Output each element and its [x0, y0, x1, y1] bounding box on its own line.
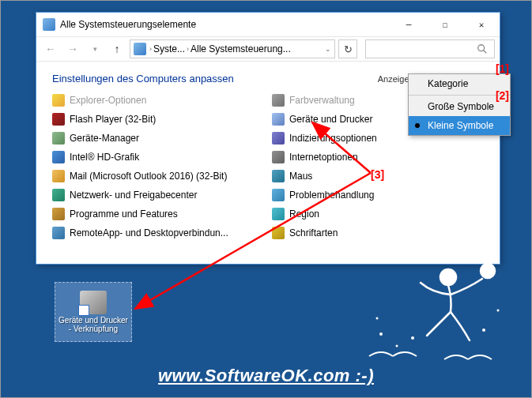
item-icon	[52, 189, 65, 201]
item-label: Problembehandlung	[289, 190, 374, 201]
svg-point-0	[478, 45, 485, 51]
control-panel-item[interactable]: Internetoptionen	[272, 149, 484, 165]
item-label: Programme und Features	[70, 208, 178, 220]
control-panel-window: Alle Systemsteuerungselemente ─ ☐ ✕ ← → …	[36, 12, 500, 265]
minimize-button[interactable]: ─	[391, 13, 427, 36]
item-icon	[272, 170, 285, 182]
footer-url: www.SoftwareOK.com :-)	[158, 366, 374, 386]
control-panel-item[interactable]: Mail (Microsoft Outlook 2016) (32-Bit)	[52, 168, 264, 184]
svg-point-5	[440, 269, 456, 285]
item-icon	[272, 94, 285, 107]
view-by-label: Anzeige:	[378, 74, 412, 84]
svg-point-8	[396, 345, 398, 347]
item-icon	[272, 132, 285, 145]
breadcrumb-part[interactable]: Syste...	[153, 43, 185, 54]
item-icon	[52, 170, 65, 182]
refresh-button[interactable]: ↻	[338, 39, 357, 58]
breadcrumb[interactable]: › Syste... › Alle Systemsteuerung... ⌄	[130, 39, 335, 58]
forward-button[interactable]: →	[63, 39, 82, 58]
item-label: Maus	[289, 171, 312, 182]
item-label: Region	[289, 208, 319, 220]
item-label: Indizierungsoptionen	[289, 133, 377, 144]
dropdown-item-label: Kleine Symbole	[428, 120, 493, 131]
item-icon	[52, 113, 65, 126]
search-icon	[477, 43, 488, 54]
item-icon	[272, 189, 285, 201]
shortcut-label: Geräte und Drucker - Verknüpfung	[58, 316, 128, 334]
control-panel-item[interactable]: Geräte-Manager	[52, 130, 264, 146]
svg-point-11	[482, 329, 485, 332]
decorative-doodle	[365, 255, 507, 366]
control-panel-item[interactable]: Netzwerk- und Freigabecenter	[52, 187, 264, 203]
item-label: Flash Player (32-Bit)	[70, 114, 156, 125]
bullet-icon	[415, 123, 420, 128]
up-button[interactable]: ↑	[108, 39, 126, 58]
item-label: Geräte-Manager	[70, 133, 139, 144]
window-title: Alle Systemsteuerungselemente	[60, 19, 391, 30]
navigation-bar: ← → ▾ ↑ › Syste... › Alle Systemsteuerun…	[36, 36, 500, 62]
svg-line-1	[484, 51, 487, 54]
item-icon	[272, 113, 285, 126]
svg-point-10	[376, 317, 379, 320]
item-icon	[52, 94, 65, 107]
item-label: Intel® HD-Grafik	[70, 152, 139, 163]
window-buttons: ─ ☐ ✕	[391, 13, 500, 36]
dropdown-item[interactable]: Kleine Symbole	[409, 116, 510, 135]
item-icon	[272, 151, 285, 163]
item-label: RemoteApp- und Desktopverbindun...	[70, 227, 228, 238]
breadcrumb-icon	[134, 43, 146, 55]
annotation-3: [3]	[371, 168, 384, 181]
control-panel-item[interactable]: RemoteApp- und Desktopverbindun...	[52, 225, 264, 241]
control-panel-item[interactable]: Region	[272, 206, 484, 222]
search-input[interactable]	[365, 39, 495, 58]
item-label: Geräte und Drucker	[289, 114, 372, 125]
item-icon	[52, 227, 65, 239]
annotation-1: [1]	[496, 62, 509, 75]
control-panel-item[interactable]: Schriftarten	[272, 225, 484, 241]
control-panel-icon	[43, 18, 55, 31]
chevron-down-icon[interactable]: ⌄	[325, 45, 331, 53]
item-label: Netzwerk- und Freigabecenter	[70, 190, 197, 201]
svg-point-7	[379, 332, 383, 336]
control-panel-item[interactable]: Problembehandlung	[272, 187, 484, 203]
control-panel-item[interactable]: Flash Player (32-Bit)	[52, 111, 264, 127]
item-icon	[52, 208, 65, 220]
item-label: Schriftarten	[289, 227, 338, 238]
item-icon	[52, 132, 65, 145]
svg-point-12	[497, 310, 500, 312]
control-panel-item[interactable]: Intel® HD-Grafik	[52, 149, 264, 165]
item-label: Explorer-Optionen	[70, 95, 146, 106]
svg-point-9	[411, 336, 414, 340]
svg-point-6	[481, 264, 495, 278]
close-button[interactable]: ✕	[463, 13, 500, 36]
maximize-button[interactable]: ☐	[427, 13, 463, 36]
recent-button[interactable]: ▾	[85, 39, 104, 58]
item-label: Mail (Microsoft Outlook 2016) (32-Bit)	[70, 171, 227, 182]
item-label: Farbverwaltung	[289, 95, 355, 106]
devices-printers-icon	[80, 291, 107, 314]
annotation-2: [2]	[496, 89, 509, 102]
item-label: Internetoptionen	[289, 152, 358, 163]
control-panel-item[interactable]: Explorer-Optionen	[52, 92, 264, 108]
control-panel-item[interactable]: Programme und Features	[52, 206, 264, 222]
view-by-dropdown-menu: KategorieGroße SymboleKleine Symbole	[408, 73, 511, 136]
item-icon	[272, 208, 285, 220]
chevron-right-icon: ›	[187, 45, 189, 53]
dropdown-item[interactable]: Kategorie	[409, 74, 510, 93]
chevron-right-icon: ›	[149, 45, 152, 53]
dropdown-item-label: Kategorie	[428, 78, 468, 89]
titlebar: Alle Systemsteuerungselemente ─ ☐ ✕	[36, 13, 500, 36]
back-button[interactable]: ←	[41, 39, 60, 58]
dropdown-item[interactable]: Große Symbole	[409, 97, 510, 116]
content-title: Einstellungen des Computers anpassen	[52, 73, 234, 84]
item-icon	[52, 151, 65, 163]
breadcrumb-part[interactable]: Alle Systemsteuerung...	[191, 43, 291, 54]
dropdown-item-label: Große Symbole	[428, 101, 494, 112]
desktop-shortcut[interactable]: Geräte und Drucker - Verknüpfung	[55, 282, 132, 342]
item-icon	[272, 227, 285, 239]
